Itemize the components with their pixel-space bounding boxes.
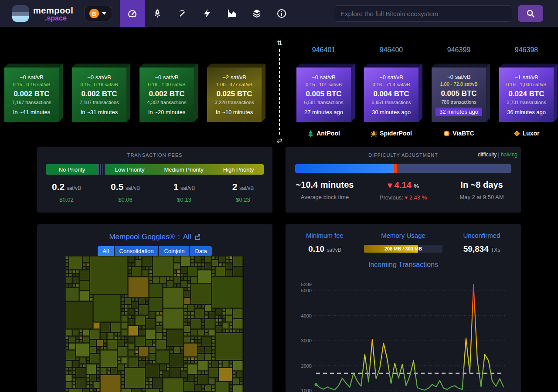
treemap-transaction-square[interactable] <box>65 336 68 339</box>
treemap-transaction-square[interactable] <box>72 385 75 388</box>
treemap-transaction-square[interactable] <box>219 368 232 381</box>
treemap-transaction-square[interactable] <box>93 389 96 392</box>
treemap-transaction-square[interactable] <box>76 340 79 343</box>
treemap-transaction-square[interactable] <box>121 378 124 381</box>
pool-link-luxor[interactable]: Luxor <box>499 130 554 137</box>
treemap-transaction-square[interactable] <box>212 274 215 277</box>
treemap-transaction-square[interactable] <box>118 336 121 339</box>
treemap-transaction-square[interactable] <box>121 336 124 339</box>
treemap-transaction-square[interactable] <box>163 287 184 308</box>
treemap-transaction-square[interactable] <box>72 361 79 367</box>
treemap-transaction-square[interactable] <box>226 329 229 332</box>
treemap-transaction-square[interactable] <box>170 277 173 280</box>
treemap-transaction-square[interactable] <box>149 280 152 284</box>
treemap-transaction-square[interactable] <box>212 308 215 311</box>
treemap-transaction-square[interactable] <box>163 371 170 378</box>
treemap-transaction-square[interactable] <box>125 312 128 315</box>
treemap-transaction-square[interactable] <box>212 256 215 259</box>
treemap-transaction-square[interactable] <box>79 270 89 280</box>
treemap-transaction-square[interactable] <box>121 308 124 311</box>
treemap-transaction-square[interactable] <box>79 333 82 336</box>
treemap-transaction-square[interactable] <box>156 326 163 332</box>
treemap-transaction-square[interactable] <box>65 329 72 336</box>
mined-block-946399[interactable]: 946399 ~0 sat/vB 1.00 - 72.8 sat/vB 0.00… <box>432 68 486 122</box>
treemap-transaction-square[interactable] <box>121 375 124 378</box>
treemap-transaction-square[interactable] <box>198 305 201 308</box>
treemap-transaction-square[interactable] <box>184 315 187 318</box>
treemap-transaction-square[interactable] <box>153 277 159 284</box>
treemap-transaction-square[interactable] <box>76 368 86 378</box>
treemap-transaction-square[interactable] <box>194 385 201 392</box>
treemap-transaction-square[interactable] <box>229 256 232 259</box>
treemap-transaction-square[interactable] <box>177 274 180 277</box>
mined-block-946400[interactable]: 946400 ~0 sat/vB 0.16 - 71.4 sat/vB 0.00… <box>364 68 418 122</box>
treemap-transaction-square[interactable] <box>191 357 194 360</box>
treemap-transaction-square[interactable] <box>135 260 142 266</box>
treemap-transaction-square[interactable] <box>128 256 135 263</box>
treemap-transaction-square[interactable] <box>226 308 232 315</box>
treemap-transaction-square[interactable] <box>128 357 138 367</box>
logo[interactable]: mempool .space <box>12 5 73 22</box>
treemap-transaction-square[interactable] <box>149 378 152 381</box>
treemap-transaction-square[interactable] <box>215 315 218 318</box>
treemap-transaction-square[interactable] <box>72 378 75 381</box>
treemap-transaction-square[interactable] <box>201 389 204 392</box>
treemap-transaction-square[interactable] <box>121 312 124 315</box>
treemap-transaction-square[interactable] <box>149 274 152 277</box>
treemap-transaction-square[interactable] <box>90 389 93 392</box>
treemap-transaction-square[interactable] <box>174 263 180 270</box>
treemap-transaction-square[interactable] <box>233 378 239 385</box>
treemap-transaction-square[interactable] <box>65 260 68 263</box>
treemap-transaction-square[interactable] <box>79 364 82 367</box>
treemap-transaction-square[interactable] <box>233 329 236 332</box>
treemap-transaction-square[interactable] <box>233 385 243 392</box>
treemap-transaction-square[interactable] <box>194 382 197 385</box>
treemap-transaction-square[interactable] <box>76 274 79 277</box>
mempool-block-2[interactable]: ~0 sat/vB 0.15 - 0.16 sat/vB 0.002 BTC 7… <box>72 68 126 122</box>
treemap-transaction-square[interactable] <box>83 329 89 336</box>
treemap-transaction-square[interactable] <box>139 329 145 336</box>
treemap-transaction-square[interactable] <box>191 361 194 364</box>
treemap-transaction-square[interactable] <box>184 326 191 332</box>
treemap-transaction-square[interactable] <box>201 336 211 346</box>
treemap-transaction-square[interactable] <box>125 340 128 343</box>
treemap-transaction-square[interactable] <box>194 256 201 263</box>
treemap-transaction-square[interactable] <box>201 263 204 266</box>
treemap-transaction-square[interactable] <box>226 260 229 263</box>
treemap-transaction-square[interactable] <box>149 284 163 297</box>
treemap-transaction-square[interactable] <box>149 385 152 388</box>
treemap-transaction-square[interactable] <box>215 308 222 315</box>
treemap-transaction-square[interactable] <box>139 326 142 329</box>
treemap-transaction-square[interactable] <box>72 277 79 284</box>
treemap-transaction-square[interactable] <box>198 329 204 336</box>
treemap-transaction-square[interactable] <box>128 267 131 270</box>
nav-graphs[interactable] <box>219 0 244 27</box>
treemap-transaction-square[interactable] <box>201 260 204 263</box>
treemap-transaction-square[interactable] <box>93 382 100 388</box>
treemap-transaction-square[interactable] <box>149 312 156 318</box>
treemap-transaction-square[interactable] <box>174 256 180 263</box>
treemap-transaction-square[interactable] <box>104 347 107 350</box>
treemap-transaction-square[interactable] <box>170 368 180 378</box>
treemap-transaction-square[interactable] <box>121 305 124 308</box>
treemap-transaction-square[interactable] <box>215 319 218 322</box>
treemap-transaction-square[interactable] <box>174 284 177 287</box>
treemap-transaction-square[interactable] <box>100 347 103 350</box>
treemap-transaction-square[interactable] <box>229 385 232 388</box>
treemap-transaction-square[interactable] <box>167 364 170 367</box>
treemap-transaction-square[interactable] <box>219 322 222 325</box>
treemap-transaction-square[interactable] <box>139 347 149 357</box>
treemap-transaction-square[interactable] <box>208 368 218 378</box>
treemap-transaction-square[interactable] <box>135 308 138 311</box>
difficulty-link[interactable]: difficulty <box>478 152 497 158</box>
treemap-transaction-square[interactable] <box>79 340 82 343</box>
treemap-transaction-square[interactable] <box>160 322 163 325</box>
treemap-transaction-square[interactable] <box>184 361 187 364</box>
treemap-transaction-square[interactable] <box>86 378 89 381</box>
treemap-transaction-square[interactable] <box>215 382 229 392</box>
treemap-transaction-square[interactable] <box>86 267 89 270</box>
treemap-transaction-square[interactable] <box>205 256 211 263</box>
treemap-transaction-square[interactable] <box>128 319 135 325</box>
treemap-transaction-square[interactable] <box>135 256 138 259</box>
treemap-transaction-square[interactable] <box>100 350 117 367</box>
